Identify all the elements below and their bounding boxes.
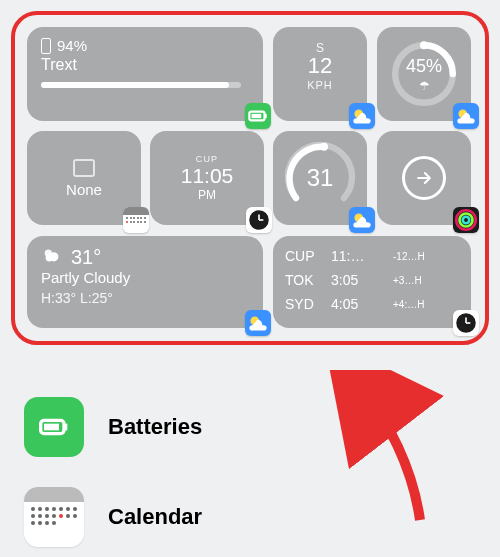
weather-condition: Partly Cloudy bbox=[41, 269, 249, 286]
sun-cloud-icon bbox=[41, 244, 63, 271]
widget-world-clock[interactable]: CUP11:…-12…H TOK3:05+3…H SYD4:05+4:…H bbox=[273, 236, 471, 328]
widget-wind[interactable]: S 12 KPH bbox=[273, 27, 367, 121]
svg-rect-2 bbox=[252, 114, 262, 118]
weather-temp: 31° bbox=[71, 246, 101, 269]
widget-clock[interactable]: CUP 11:05 PM bbox=[150, 131, 264, 225]
world-time: 11:… bbox=[331, 248, 393, 264]
rain-percent: 45% bbox=[406, 56, 442, 77]
widget-calendar[interactable]: None bbox=[27, 131, 141, 225]
calendar-icon bbox=[24, 487, 84, 547]
list-label: Batteries bbox=[108, 414, 202, 440]
svg-rect-1 bbox=[265, 114, 267, 118]
svg-rect-23 bbox=[64, 424, 67, 431]
calendar-icon bbox=[73, 159, 95, 177]
umbrella-icon: ☂ bbox=[419, 79, 430, 93]
clock-app-icon bbox=[453, 310, 479, 336]
widget-weather[interactable]: 31° Partly Cloudy H:33° L:25° bbox=[27, 236, 263, 328]
world-city: SYD bbox=[285, 296, 331, 312]
clock-app-icon bbox=[246, 207, 272, 233]
widget-gallery[interactable]: 94% Trext S 12 KPH 45% ☂ bbox=[11, 11, 489, 345]
phone-icon bbox=[41, 38, 51, 54]
weather-app-icon bbox=[349, 103, 375, 129]
widget-precipitation[interactable]: 45% ☂ bbox=[377, 27, 471, 121]
batteries-icon bbox=[24, 397, 84, 457]
weather-app-icon bbox=[349, 207, 375, 233]
weather-app-icon bbox=[245, 310, 271, 336]
wind-value: 12 bbox=[273, 53, 367, 79]
world-offset: +4:…H bbox=[393, 299, 424, 310]
weather-app-icon bbox=[453, 103, 479, 129]
list-label: Calendar bbox=[108, 504, 202, 530]
clock-time: 11:05 bbox=[181, 164, 234, 188]
widget-battery[interactable]: 94% Trext bbox=[27, 27, 263, 121]
world-city: CUP bbox=[285, 248, 331, 264]
fitness-app-icon bbox=[453, 207, 479, 233]
wind-unit: KPH bbox=[273, 79, 367, 91]
world-time: 3:05 bbox=[331, 272, 393, 288]
widget-shortcut[interactable] bbox=[377, 131, 471, 225]
battery-bar bbox=[41, 82, 241, 88]
widget-uv[interactable]: 31 bbox=[273, 131, 367, 225]
svg-rect-24 bbox=[44, 424, 59, 431]
battery-percent: 94% bbox=[57, 37, 87, 54]
world-city: TOK bbox=[285, 272, 331, 288]
world-offset: -12…H bbox=[393, 251, 425, 262]
device-name: Trext bbox=[41, 56, 249, 74]
weather-high-low: H:33° L:25° bbox=[41, 290, 249, 306]
wind-compass: S bbox=[273, 41, 367, 55]
world-time: 4:05 bbox=[331, 296, 393, 312]
annotation-arrow bbox=[300, 370, 450, 540]
batteries-app-icon bbox=[245, 103, 271, 129]
clock-ampm: PM bbox=[198, 188, 216, 202]
svg-point-17 bbox=[46, 254, 53, 261]
clock-city: CUP bbox=[196, 154, 219, 164]
calendar-text: None bbox=[66, 181, 102, 198]
svg-point-14 bbox=[463, 217, 470, 224]
world-offset: +3…H bbox=[393, 275, 422, 286]
calendar-app-icon bbox=[123, 207, 149, 233]
